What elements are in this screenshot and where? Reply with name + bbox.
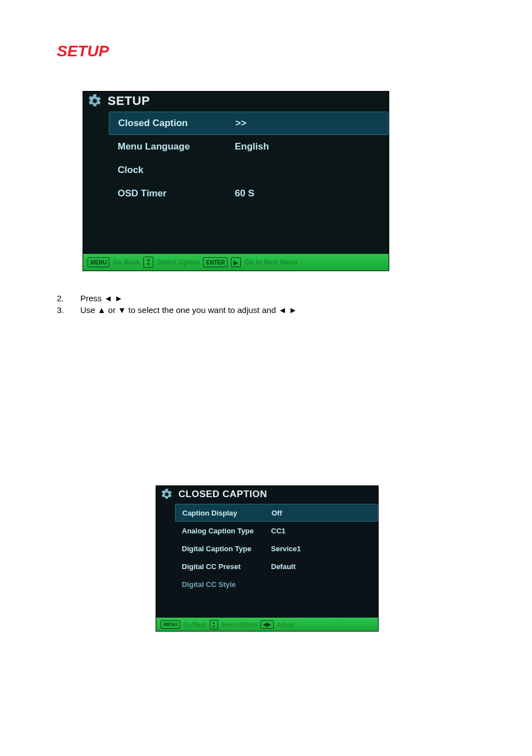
page-title: SETUP — [57, 42, 109, 60]
footer-select-option: Select Option — [221, 622, 257, 628]
menu-item-value: English — [235, 141, 269, 152]
up-down-arrow-icon: ▲▼ — [210, 620, 218, 629]
menu-item-menu-language[interactable]: Menu Language English — [109, 135, 389, 158]
left-right-arrow-icon: ◀▶ — [260, 620, 274, 629]
instruction-text: Use ▲ or ▼ to select the one you want to… — [80, 305, 297, 315]
menu-item-value: Off — [272, 509, 282, 517]
menu-item-label: Digital Caption Type — [182, 545, 271, 553]
gear-icon — [88, 94, 102, 108]
menu-item-closed-caption[interactable]: Closed Caption >> — [109, 112, 389, 135]
menu-item-digital-cc-preset[interactable]: Digital CC Preset Default — [175, 557, 378, 575]
closed-caption-screenshot: CLOSED CAPTION Caption Display Off Analo… — [156, 485, 379, 632]
instruction-text: Press ◄ ► — [80, 293, 123, 303]
setup-footer-bar: MENU Go Back ▲▼ Select Option ENTER ▶ Go… — [83, 254, 389, 271]
menu-item-label: Menu Language — [118, 141, 235, 152]
menu-item-clock[interactable]: Clock — [109, 158, 389, 182]
menu-item-value: Service1 — [271, 545, 301, 553]
menu-item-label: Clock — [118, 165, 235, 176]
up-down-arrow-icon: ▲▼ — [143, 257, 153, 268]
menu-item-value: Default — [271, 562, 296, 571]
menu-item-analog-caption-type[interactable]: Analog Caption Type CC1 — [175, 522, 378, 540]
instruction-row: 3. Use ▲ or ▼ to select the one you want… — [57, 305, 297, 315]
gear-icon — [161, 488, 173, 500]
setup-title-bar: SETUP — [83, 92, 389, 112]
menu-item-digital-cc-style[interactable]: Digital CC Style — [175, 575, 378, 593]
enter-key-icon: ENTER — [203, 257, 228, 267]
instruction-number: 2. — [57, 293, 68, 303]
menu-item-value: CC1 — [271, 527, 286, 535]
footer-go-next: Go to Next Menu — [244, 258, 297, 266]
footer-go-back: Go Back — [183, 622, 206, 628]
cc-menu-panel: Caption Display Off Analog Caption Type … — [175, 504, 378, 593]
cc-title-bar: CLOSED CAPTION — [156, 486, 378, 504]
cc-title-text: CLOSED CAPTION — [178, 489, 267, 500]
menu-item-label: Digital CC Style — [182, 580, 271, 589]
menu-item-digital-caption-type[interactable]: Digital Caption Type Service1 — [175, 540, 378, 557]
instruction-row: 2. Press ◄ ► — [57, 293, 297, 303]
menu-item-caption-display[interactable]: Caption Display Off — [175, 504, 378, 522]
footer-adjust: Adjust — [277, 622, 294, 628]
menu-item-label: OSD Timer — [118, 188, 235, 199]
setup-menu-panel: Closed Caption >> Menu Language English … — [109, 112, 389, 205]
footer-select-option: Select Option — [157, 258, 200, 266]
menu-item-label: Caption Display — [182, 509, 272, 517]
menu-key-icon: MENU — [161, 620, 180, 629]
menu-item-label: Digital CC Preset — [182, 562, 271, 571]
play-arrow-icon: ▶ — [231, 257, 241, 267]
instruction-number: 3. — [57, 305, 68, 315]
instructions-block: 2. Press ◄ ► 3. Use ▲ or ▼ to select the… — [57, 293, 297, 317]
setup-screenshot: SETUP Closed Caption >> Menu Language En… — [83, 91, 389, 271]
menu-item-value: >> — [235, 118, 246, 129]
menu-item-osd-timer[interactable]: OSD Timer 60 S — [109, 182, 389, 205]
menu-key-icon: MENU — [88, 257, 109, 267]
cc-footer-bar: MENU Go Back ▲▼ Select Option ◀▶ Adjust — [156, 618, 378, 631]
setup-title-text: SETUP — [108, 94, 150, 108]
menu-item-label: Analog Caption Type — [182, 527, 271, 535]
menu-item-value: 60 S — [235, 188, 254, 199]
menu-item-label: Closed Caption — [118, 118, 235, 129]
footer-go-back: Go Back — [113, 258, 140, 266]
